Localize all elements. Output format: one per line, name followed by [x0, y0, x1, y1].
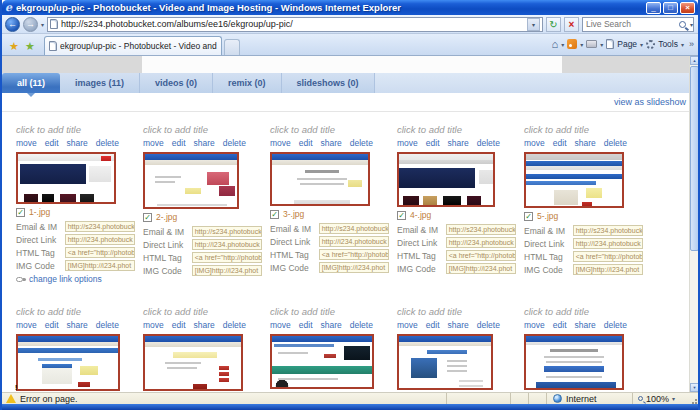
scroll-up-icon[interactable]: ▲: [690, 56, 698, 65]
photo-thumbnail[interactable]: [16, 334, 120, 391]
scrollbar-thumb[interactable]: [690, 66, 698, 251]
photo-checkbox[interactable]: ✓: [524, 212, 533, 221]
resize-grip[interactable]: [690, 393, 698, 405]
share-link[interactable]: share: [448, 138, 469, 148]
delete-link[interactable]: delete: [477, 138, 500, 148]
maximize-button[interactable]: □: [663, 2, 678, 14]
minimize-button[interactable]: _: [646, 2, 661, 14]
change-link-options-label[interactable]: change link options: [29, 274, 102, 284]
photo-filename[interactable]: 3-.jpg: [283, 209, 304, 219]
img-code-value[interactable]: [IMG]http://i234.phot: [192, 265, 262, 276]
html-tag-value[interactable]: <a href="http://photob: [446, 250, 516, 261]
img-code-value[interactable]: [IMG]http://i234.phot: [319, 262, 389, 273]
tab-images[interactable]: images (11): [60, 73, 140, 93]
photo-filename[interactable]: 4-.jpg: [410, 210, 431, 220]
photo-thumbnail[interactable]: [524, 152, 624, 208]
photo-thumbnail[interactable]: [270, 334, 374, 389]
edit-link[interactable]: edit: [45, 138, 59, 148]
new-tab-button[interactable]: [224, 39, 240, 55]
photo-thumbnail[interactable]: [270, 152, 370, 206]
tab-remix[interactable]: remix (0): [213, 73, 282, 93]
photo-thumbnail[interactable]: [524, 334, 624, 390]
delete-link[interactable]: delete: [223, 138, 246, 148]
share-link[interactable]: share: [575, 320, 596, 330]
tab-videos[interactable]: videos (0): [140, 73, 213, 93]
share-link[interactable]: share: [67, 320, 88, 330]
photo-filename[interactable]: 2-.jpg: [156, 212, 177, 222]
photo-title-placeholder[interactable]: click to add title: [270, 306, 389, 318]
edit-link[interactable]: edit: [172, 138, 186, 148]
photo-checkbox[interactable]: ✓: [397, 211, 406, 220]
edit-link[interactable]: edit: [45, 320, 59, 330]
tools-gear-icon[interactable]: [646, 40, 655, 49]
share-link[interactable]: share: [321, 138, 342, 148]
move-link[interactable]: move: [524, 320, 545, 330]
close-button[interactable]: ×: [680, 2, 695, 14]
photo-checkbox[interactable]: ✓: [270, 210, 279, 219]
img-code-value[interactable]: [IMG]http://i234.phot: [446, 263, 516, 274]
delete-link[interactable]: delete: [223, 320, 246, 330]
photo-thumbnail[interactable]: [143, 334, 243, 391]
view-as-slideshow-link[interactable]: view as slideshow: [614, 97, 686, 107]
feeds-dropdown-icon[interactable]: ▾: [580, 41, 583, 48]
share-link[interactable]: share: [194, 138, 215, 148]
photo-title-placeholder[interactable]: click to add title: [16, 306, 135, 318]
print-dropdown-icon[interactable]: ▾: [600, 41, 603, 48]
add-favorite-icon[interactable]: ★: [22, 37, 38, 55]
page-menu-icon[interactable]: [606, 39, 614, 49]
home-icon[interactable]: ⌂: [552, 38, 559, 50]
photo-title-placeholder[interactable]: click to add title: [397, 306, 516, 318]
share-link[interactable]: share: [194, 320, 215, 330]
html-tag-value[interactable]: <a href="http://photob: [573, 251, 643, 262]
share-link[interactable]: share: [321, 320, 342, 330]
edit-link[interactable]: edit: [299, 320, 313, 330]
move-link[interactable]: move: [270, 320, 291, 330]
move-link[interactable]: move: [397, 138, 418, 148]
photo-checkbox[interactable]: ✓: [16, 208, 25, 217]
browser-tab[interactable]: ekgroup/up-pic - Photobucket - Video and…: [44, 36, 222, 55]
photo-title-placeholder[interactable]: click to add title: [270, 124, 389, 136]
more-commands-icon[interactable]: »: [689, 39, 694, 49]
photo-title-placeholder[interactable]: click to add title: [143, 306, 262, 318]
email-im-value[interactable]: http://s234.photobuck: [65, 221, 135, 232]
zoom-control[interactable]: 100% ▾: [632, 393, 690, 405]
photo-thumbnail[interactable]: [397, 152, 495, 207]
email-im-value[interactable]: http://s234.photobuck: [192, 226, 262, 237]
email-im-value[interactable]: http://s234.photobuck: [446, 224, 516, 235]
delete-link[interactable]: delete: [477, 320, 500, 330]
scroll-down-icon[interactable]: ▼: [690, 383, 698, 392]
address-dropdown-icon[interactable]: ▾: [527, 18, 540, 31]
edit-link[interactable]: edit: [172, 320, 186, 330]
direct-link-value[interactable]: http://i234.photobuck: [446, 237, 516, 248]
stop-button[interactable]: ×: [564, 17, 579, 32]
home-dropdown-icon[interactable]: ▾: [561, 41, 564, 48]
move-link[interactable]: move: [397, 320, 418, 330]
move-link[interactable]: move: [16, 138, 37, 148]
search-dropdown-icon[interactable]: ▾: [690, 21, 693, 28]
url-input[interactable]: [61, 19, 524, 29]
change-link-options-link[interactable]: change link options: [16, 274, 135, 284]
delete-link[interactable]: delete: [604, 320, 627, 330]
move-link[interactable]: move: [270, 138, 291, 148]
edit-link[interactable]: edit: [426, 320, 440, 330]
print-icon[interactable]: [586, 40, 597, 48]
zoom-dropdown-icon[interactable]: ▾: [672, 395, 675, 402]
direct-link-value[interactable]: http://i234.photobuck: [573, 238, 643, 249]
photo-title-placeholder[interactable]: click to add title: [397, 124, 516, 136]
html-tag-value[interactable]: <a href="http://photob: [319, 249, 389, 260]
img-code-value[interactable]: [IMG]http://i234.phot: [65, 260, 135, 271]
photo-title-placeholder[interactable]: click to add title: [143, 124, 262, 136]
search-input[interactable]: [586, 19, 677, 29]
delete-link[interactable]: delete: [350, 320, 373, 330]
img-code-value[interactable]: [IMG]http://i234.phot: [573, 264, 643, 275]
direct-link-value[interactable]: http://i234.photobuck: [319, 236, 389, 247]
favorites-star-icon[interactable]: ★: [6, 37, 22, 55]
vertical-scrollbar[interactable]: ▲ ▼: [689, 56, 698, 392]
delete-link[interactable]: delete: [96, 138, 119, 148]
page-menu-label[interactable]: Page: [617, 39, 637, 49]
move-link[interactable]: move: [16, 320, 37, 330]
edit-link[interactable]: edit: [553, 138, 567, 148]
tools-menu-label[interactable]: Tools: [658, 39, 678, 49]
page-menu-dropdown-icon[interactable]: ▾: [640, 41, 643, 48]
move-link[interactable]: move: [143, 320, 164, 330]
